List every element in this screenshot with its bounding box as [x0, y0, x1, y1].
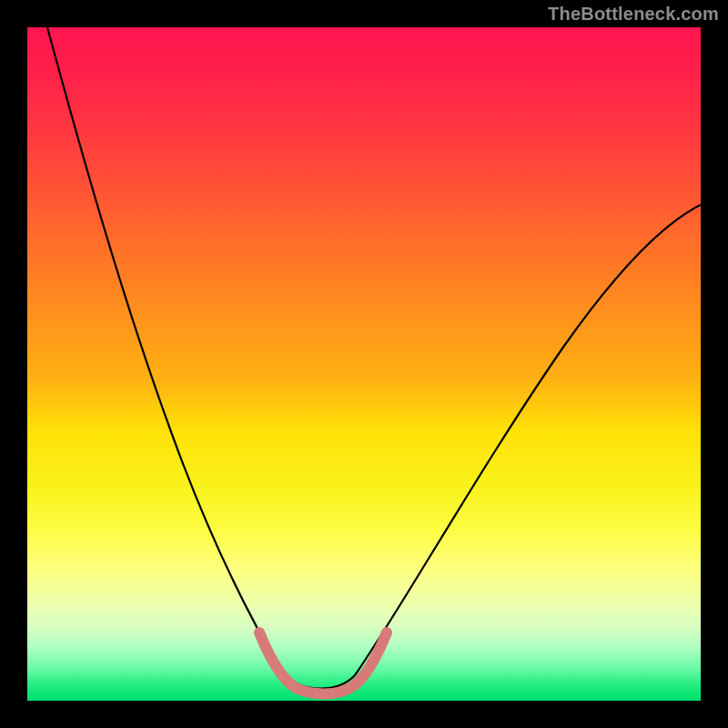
left-branch-curve [47, 27, 284, 675]
watermark-text: TheBottleneck.com [548, 4, 719, 25]
plot-area [27, 27, 701, 701]
curve-layer [27, 27, 701, 701]
highlight-valley [259, 632, 387, 694]
chart-frame: TheBottleneck.com [0, 0, 728, 728]
right-branch-curve [355, 205, 701, 675]
